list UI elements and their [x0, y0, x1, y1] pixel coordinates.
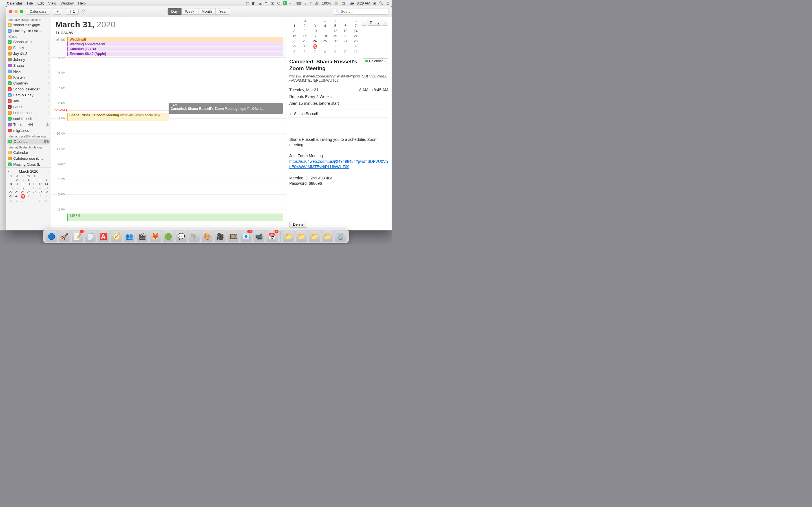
app-menu[interactable]: Calendar [7, 1, 22, 5]
mini-cal-day[interactable]: 17 [20, 186, 26, 189]
mini-cal-day[interactable]: 3 [20, 178, 26, 182]
calendar-checkbox[interactable] [8, 81, 11, 85]
insp-cal-day[interactable]: 2 [299, 24, 310, 28]
dock-app-teams[interactable]: 👥 [123, 231, 135, 242]
calendars-button[interactable]: Calendars [26, 8, 50, 15]
calendar-checkbox[interactable] [8, 58, 11, 61]
calendar-checkbox[interactable] [8, 123, 11, 126]
cloud-icon[interactable]: ☁︎ [258, 1, 262, 5]
calendar-checkbox[interactable] [8, 87, 11, 91]
all-day-event[interactable]: Evernote $8.49 (Apple) [67, 52, 283, 56]
insp-cal-day[interactable]: 6 [340, 24, 350, 28]
insp-cal-day[interactable]: 22 [289, 39, 299, 43]
mini-cal-day[interactable]: 1 [8, 178, 14, 182]
mini-cal-day[interactable]: 21 [43, 186, 49, 189]
insp-cal-day[interactable]: 18 [320, 34, 330, 38]
dock-item-folder4[interactable]: 📁 [322, 231, 333, 242]
insp-cal-day[interactable]: 3 [340, 44, 350, 49]
all-day-event[interactable]: Wedding anniversary! [67, 42, 283, 47]
search-input[interactable] [334, 8, 389, 15]
insp-cal-day[interactable]: 8 [320, 50, 330, 54]
mini-cal-next-button[interactable]: › [48, 169, 49, 173]
calendar-checkbox[interactable] [8, 93, 11, 97]
calendar-checkbox[interactable] [8, 105, 11, 109]
dock-app-canva[interactable]: 🎨 [201, 231, 213, 242]
mini-cal-day[interactable]: 7 [20, 199, 26, 203]
sidebar-calendar-item[interactable]: Family Bday…⦙⦙ [6, 92, 51, 98]
battery-percent[interactable]: 100% [322, 1, 331, 5]
insp-cal-day[interactable]: 29 [289, 44, 299, 49]
dock-app-outlook[interactable]: 📧18 [240, 231, 252, 242]
dock-item-folder1[interactable]: 📁 [283, 231, 294, 242]
sidebar-calendar-item[interactable]: shana0515@gm… [6, 22, 51, 28]
insp-cal-day[interactable]: 6 [299, 50, 310, 54]
insp-cal-day[interactable]: 14 [350, 29, 361, 33]
insp-cal-day[interactable]: 19 [330, 34, 340, 38]
mini-cal-day[interactable]: 6 [38, 178, 43, 182]
insp-cal-day[interactable]: 7 [350, 24, 361, 28]
dock-app-messages[interactable]: 💬 [175, 231, 187, 242]
insp-cal-day[interactable]: 5 [289, 50, 299, 54]
camera-icon[interactable]: ◧ [252, 1, 255, 5]
keyboard-icon[interactable]: ⌨︎ [296, 1, 302, 5]
dock-app-evernote[interactable]: 🐘 [188, 231, 200, 242]
dock-app-zoom2[interactable]: 📹 [253, 231, 264, 242]
mini-cal-day[interactable]: 31 [20, 194, 26, 199]
date-icon[interactable]: ▤ [342, 1, 345, 5]
calendar-checkbox[interactable] [8, 151, 11, 154]
sidebar-calendar-item[interactable]: Johnny⦙⦙ [6, 57, 51, 62]
insp-cal-day[interactable]: 12 [330, 29, 340, 33]
inbox-button[interactable]: ⇩ 1 [65, 8, 79, 15]
all-day-event[interactable]: Wedding!! [67, 37, 283, 42]
calendar-checkbox[interactable] [8, 129, 11, 132]
mini-cal-day[interactable]: 9 [14, 182, 20, 186]
delete-button[interactable]: Delete [289, 221, 307, 228]
calendar-checkbox[interactable] [8, 40, 11, 44]
mini-cal-day[interactable]: 2 [14, 178, 20, 182]
insp-cal-day[interactable]: 26 [330, 39, 340, 43]
sidebar-calendar-item[interactable]: Shana work⦙⦙ [6, 39, 51, 45]
mini-cal-day[interactable]: 10 [20, 182, 26, 186]
insp-cal-day[interactable]: 20 [340, 34, 350, 38]
close-button[interactable] [9, 10, 12, 13]
insp-cal-day[interactable]: 21 [350, 34, 361, 38]
dock-app-notes[interactable]: 🗒️ [85, 231, 96, 242]
insp-cal-day[interactable]: 9 [330, 50, 340, 54]
mini-cal-day[interactable]: 28 [43, 190, 49, 193]
insp-cal-day[interactable]: 28 [350, 39, 361, 43]
view-day-tab[interactable]: Day [167, 8, 181, 15]
battery-icon[interactable]: 🔋 [334, 1, 339, 5]
insp-cal-day[interactable]: 11 [320, 29, 330, 33]
today-button[interactable]: Today [367, 20, 382, 25]
mini-cal-day[interactable]: 8 [26, 199, 32, 203]
mini-cal-day[interactable]: 18 [26, 186, 32, 189]
dock-app-firefox[interactable]: 🦊 [149, 231, 161, 242]
search-field[interactable] [334, 8, 389, 15]
siri-icon[interactable]: ◉ [373, 1, 376, 5]
insp-cal-day[interactable]: 24 [310, 39, 320, 43]
calendar-checkbox[interactable] [8, 64, 11, 67]
insp-cal-day[interactable]: 13 [340, 29, 350, 33]
menu-edit[interactable]: Edit [38, 1, 44, 5]
mini-cal-day[interactable]: 14 [43, 182, 49, 186]
timed-event[interactable]: 8 AMCanceled: Shana Russell's Zoom Meeti… [168, 103, 283, 114]
event-title[interactable]: Canceled: Shana Russell's Zoom Meeting [289, 58, 361, 72]
clock-day[interactable]: Tue [348, 1, 354, 5]
mini-cal-day[interactable]: 2 [32, 194, 38, 199]
insp-cal-day[interactable]: 8 [289, 29, 299, 33]
zoom-button[interactable] [20, 10, 23, 13]
dock-item-folder3[interactable]: 📁 [309, 231, 320, 242]
notification-center-icon[interactable]: ≣ [386, 1, 389, 5]
sync-icon[interactable]: ⟳ [265, 1, 268, 5]
view-week-tab[interactable]: Week [181, 8, 198, 15]
insp-cal-day[interactable]: 10 [310, 29, 320, 33]
mini-cal-day[interactable]: 1 [26, 194, 32, 199]
mini-cal-day[interactable]: 22 [8, 190, 14, 193]
insp-cal-day[interactable]: 2 [330, 44, 340, 49]
event-url[interactable]: https://us04web.zoom.us/j/249498484?pwd=… [289, 74, 388, 82]
bluetooth-icon[interactable]: ᛒ [305, 1, 307, 5]
insp-cal-day[interactable]: 16 [299, 34, 310, 38]
insp-cal-day[interactable]: 31 [310, 44, 320, 49]
sidebar-calendar-item[interactable]: Jay &lt;3⦙⦙ [6, 51, 51, 57]
dropbox-icon[interactable]: ⬡ [277, 1, 280, 5]
